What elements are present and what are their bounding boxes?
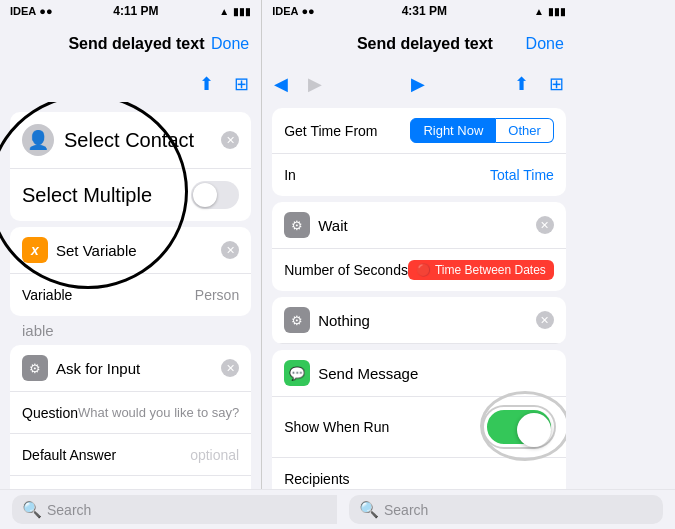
ask-input-icon: ⚙ [22,355,48,381]
set-variable-header-1: x Set Variable ✕ [10,227,251,274]
right-content: Get Time From Right Now Other In Total T… [262,102,576,529]
battery-right: ▲ ▮▮▮ [534,6,566,17]
default-answer-label: Default Answer [22,447,190,463]
ask-for-input-title: Ask for Input [56,360,213,377]
nav-icons-right: Done [526,35,564,53]
share-button-right[interactable]: ⬆ [514,73,529,95]
search-icon-right: 🔍 [359,500,379,519]
search-input-wrap-right[interactable]: 🔍 Search [349,495,663,524]
select-multiple-toggle[interactable] [191,181,239,209]
set-variable-card-1: x Set Variable ✕ Variable Person [10,227,251,316]
wait-icon: ⚙ [284,212,310,238]
show-when-run-row: Show When Run [272,397,566,458]
play-button-right[interactable]: ▶ [411,73,425,95]
nav-title-right: Send delayed text [357,35,493,53]
question-value[interactable]: What would you like to say? [78,405,239,420]
nav-bar-right: Send delayed text Done [262,22,576,66]
grid-button-left[interactable]: ⊞ [234,73,249,95]
signal-left: ●● [39,5,52,17]
signal-right: ●● [301,5,314,17]
done-button-left[interactable]: Done [211,35,249,53]
show-when-run-toggle[interactable] [484,407,554,447]
back-button-right[interactable]: ◀ [274,73,288,95]
send-message-title: Send Message [318,365,554,382]
search-bar-right: 🔍 Search [337,489,675,529]
toggle-large-knob [517,413,551,447]
variable-label-1: Variable [22,287,195,303]
ask-input-close[interactable]: ✕ [221,359,239,377]
grid-button-right[interactable]: ⊞ [549,73,564,95]
left-content: 👤 Select Contact ✕ Select Multiple x Set… [0,102,261,529]
set-variable-close-1[interactable]: ✕ [221,241,239,259]
nothing-header: ⚙ Nothing ✕ [272,297,566,344]
status-bar-left: IDEA ●● 4:11 PM ▲ ▮▮▮ [0,0,261,22]
number-of-seconds-row: Number of Seconds 🔴 Time Between Dates [272,249,566,291]
done-button-right[interactable]: Done [526,35,564,53]
default-answer-row: Default Answer optional [10,434,251,476]
number-of-seconds-label: Number of Seconds [284,262,408,278]
wifi-icon-right: ▲ [534,6,544,17]
show-when-run-label: Show When Run [284,419,484,435]
wait-card: ⚙ Wait ✕ Number of Seconds 🔴 Time Betwee… [272,202,566,291]
set-variable-title-1: Set Variable [56,242,213,259]
get-time-label: Get Time From [284,123,410,139]
select-contact-row[interactable]: 👤 Select Contact ✕ [10,112,251,169]
nothing-close[interactable]: ✕ [536,311,554,329]
wait-close[interactable]: ✕ [536,216,554,234]
status-bar-right: IDEA ●● 4:31 PM ▲ ▮▮▮ [262,0,576,22]
nothing-title: Nothing [318,312,528,329]
nothing-card: ⚙ Nothing ✕ [272,297,566,344]
share-button-left[interactable]: ⬆ [199,73,214,95]
in-row: In Total Time [272,154,566,196]
default-answer-placeholder[interactable]: optional [190,447,239,463]
total-time-value[interactable]: Total Time [490,167,554,183]
show-when-run-toggle-wrap [484,407,554,447]
search-placeholder-left: Search [47,502,91,518]
select-contact-label: Select Contact [64,129,194,152]
set-variable-icon-1: x [22,237,48,263]
badge-icon: 🔴 [416,263,431,277]
search-icon-left: 🔍 [22,500,42,519]
toolbar-left: ⬆ ⊞ [0,66,261,102]
status-left: IDEA ●● [10,5,53,17]
time-buttons: Right Now Other [410,118,553,143]
other-button[interactable]: Other [496,118,554,143]
question-label: Question [22,405,78,421]
variable-value-1: Person [195,287,239,303]
nav-icons-left: Done [211,35,249,53]
iable-text: iable [0,322,261,339]
select-contact-close[interactable]: ✕ [221,131,239,149]
forward-button-right[interactable]: ▶ [308,73,322,95]
phone-right: IDEA ●● 4:31 PM ▲ ▮▮▮ Send delayed text … [261,0,576,529]
time-between-dates-badge[interactable]: 🔴 Time Between Dates [408,260,554,280]
search-placeholder-right: Search [384,502,428,518]
select-contact-card: 👤 Select Contact ✕ Select Multiple [10,112,251,221]
send-message-icon: 💬 [284,360,310,386]
toggle-knob [193,183,217,207]
wait-header: ⚙ Wait ✕ [272,202,566,249]
wait-title: Wait [318,217,528,234]
time-left: 4:11 PM [113,4,158,18]
toolbar-right: ◀ ▶ ▶ ⬆ ⊞ [262,66,576,102]
nav-title-left: Send delayed text [68,35,204,53]
battery-left: ▲ ▮▮▮ [219,6,251,17]
battery-icon-left: ▮▮▮ [233,6,251,17]
nothing-icon: ⚙ [284,307,310,333]
get-time-card: Get Time From Right Now Other In Total T… [272,108,566,196]
badge-text: Time Between Dates [435,263,546,277]
send-message-header: 💬 Send Message [272,350,566,397]
select-multiple-label: Select Multiple [22,184,181,207]
contact-icon: 👤 [22,124,54,156]
carrier-right: IDEA [272,5,298,17]
select-multiple-row: Select Multiple [10,169,251,221]
phone-left: IDEA ●● 4:11 PM ▲ ▮▮▮ Send delayed text … [0,0,261,529]
battery-icon-right: ▮▮▮ [548,6,566,17]
get-time-row: Get Time From Right Now Other [272,108,566,154]
carrier-left: IDEA [10,5,36,17]
recipients-label: Recipients [284,471,554,487]
time-right: 4:31 PM [402,4,447,18]
variable-row-1: Variable Person [10,274,251,316]
in-label: In [284,167,490,183]
right-now-button[interactable]: Right Now [410,118,496,143]
status-right-left: IDEA ●● [272,5,315,17]
